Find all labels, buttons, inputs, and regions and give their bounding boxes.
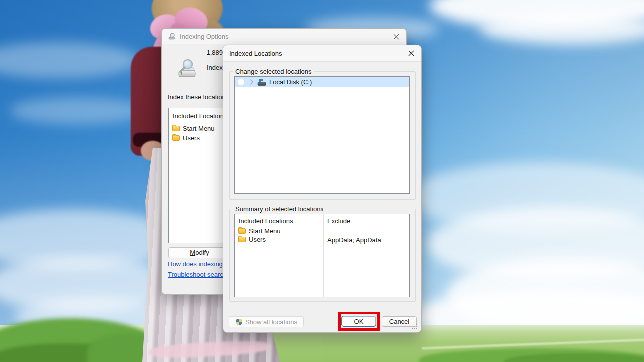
drive-search-icon	[175, 58, 197, 81]
column-header-included: Included Locations	[239, 217, 293, 225]
indexing-options-titlebar[interactable]: Indexing Options	[162, 29, 406, 44]
column-header-exclude: Exclude	[327, 217, 350, 225]
table-row[interactable]: Start Menu	[238, 227, 281, 235]
modify-button-label: M	[190, 249, 195, 256]
folder-icon	[172, 126, 180, 131]
cancel-button-label: Cancel	[389, 318, 409, 325]
checkbox[interactable]	[238, 79, 244, 85]
index-locations-label: Index these locations:	[168, 93, 231, 101]
column-divider	[323, 214, 324, 297]
folder-icon	[172, 135, 180, 141]
desktop: Indexing Options 1,889 Index Index	[0, 0, 644, 362]
dialog-title: Indexing Options	[180, 33, 229, 40]
close-icon[interactable]	[408, 50, 415, 57]
dialog-title: Indexed Locations	[229, 50, 282, 57]
folder-icon	[238, 237, 246, 242]
list-item-label: Users	[183, 134, 200, 142]
folder-icon	[238, 228, 246, 234]
modify-button[interactable]: Modify	[168, 247, 231, 258]
table-row[interactable]: Users	[238, 236, 266, 243]
group-label: Change selected locations	[233, 68, 314, 75]
indexing-options-app-icon	[168, 32, 176, 40]
items-indexed-count: 1,889	[180, 49, 223, 56]
indexed-locations-titlebar[interactable]: Indexed Locations	[223, 45, 421, 62]
locations-tree[interactable]: Local Disk (C:)	[234, 76, 410, 194]
disk-icon	[257, 79, 266, 86]
troubleshoot-link[interactable]: Troubleshoot search an	[168, 271, 230, 278]
uac-shield-icon	[235, 318, 243, 326]
resize-grip[interactable]	[411, 323, 417, 329]
cloud	[10, 97, 145, 124]
row-location-label: Start Menu	[249, 227, 281, 235]
row-exclude-value: AppData; AppData	[327, 236, 381, 244]
list-item-label: Start Menu	[183, 125, 215, 132]
indexing-status-text: Index	[207, 64, 223, 71]
tree-item-label: Local Disk (C:)	[269, 78, 312, 86]
group-label: Summary of selected locations	[233, 205, 325, 213]
tree-item-local-disk[interactable]: Local Disk (C:)	[235, 77, 409, 87]
row-location-label: Users	[249, 236, 266, 243]
modify-button-label: odify	[195, 249, 209, 256]
indexed-locations-dialog: Indexed Locations Change selected locati…	[223, 45, 422, 333]
show-all-locations-button[interactable]: Show all locations	[229, 316, 304, 327]
show-all-locations-label: Show all locations	[245, 318, 297, 326]
chevron-right-icon[interactable]	[248, 80, 253, 85]
close-icon[interactable]	[393, 33, 400, 40]
summary-table[interactable]: Included Locations Exclude Start Menu Us…	[234, 214, 410, 297]
red-highlight-annotation	[338, 312, 380, 331]
indexing-help-link[interactable]: How does indexing affe	[168, 260, 230, 268]
